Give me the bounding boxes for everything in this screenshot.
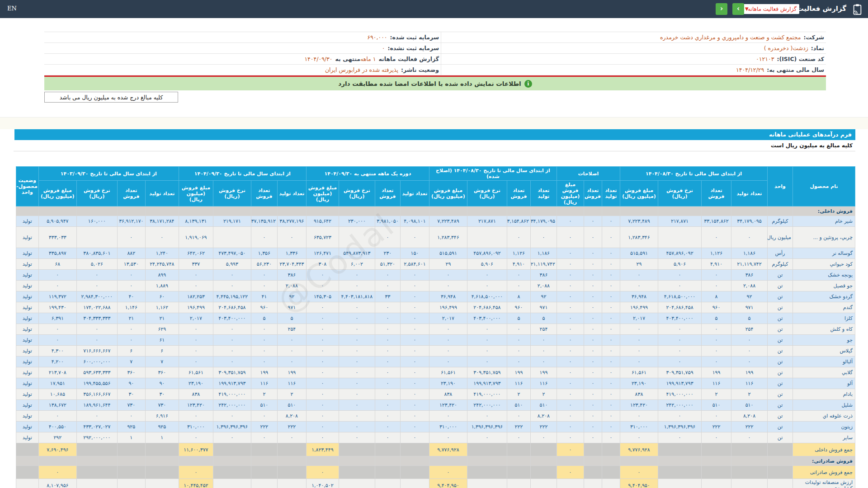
value-cell: ۰ bbox=[375, 367, 400, 378]
value-cell: ۰ bbox=[620, 324, 658, 335]
info-icon: i bbox=[524, 80, 532, 88]
value-cell: ۰ bbox=[38, 324, 76, 335]
empty-cell bbox=[16, 456, 38, 466]
value-cell: ۵۱۵,۵۹۱ bbox=[429, 248, 467, 259]
value-cell: ۳۸,۲۷۷,۱۹۶ bbox=[277, 216, 306, 227]
sub-header: مبلغ فروش (میلیون ریال) bbox=[620, 181, 658, 206]
monthly-activity-table: نام محصولواحداز ابتدای سال مالی تا تاریخ… bbox=[16, 166, 855, 488]
fair-value-name-cell: ارزش منصفانه تولیدات کشاورزی bbox=[793, 479, 855, 488]
value-cell: ۲۵۴ bbox=[731, 324, 768, 335]
value-cell: ۳۰۹,۳۵۱,۷۵۹ bbox=[658, 367, 702, 378]
value-cell: ۵۱۰ bbox=[251, 400, 277, 411]
value-cell: ۰ bbox=[602, 432, 620, 443]
value-cell: ۰ bbox=[584, 291, 602, 302]
report-type-dropdown[interactable]: گزارش فعالیت ماهانه ▼ bbox=[743, 4, 799, 14]
value-cell: ۰ bbox=[251, 270, 277, 281]
status-cell: تولید bbox=[16, 248, 38, 259]
value-cell: ۰ bbox=[251, 411, 277, 422]
value-cell: ۳,۹۸۱,۰۵۰ bbox=[375, 216, 400, 227]
value-cell: ۰ bbox=[602, 324, 620, 335]
value-cell: ۰ bbox=[213, 270, 251, 281]
value-cell: ۰ bbox=[530, 357, 557, 367]
value-cell bbox=[768, 479, 793, 488]
value-cell: ۱۱۶ bbox=[731, 378, 768, 389]
product-name-cell: جو قصیل bbox=[793, 281, 855, 291]
value-cell bbox=[731, 466, 768, 479]
value-cell: ۰ bbox=[467, 346, 507, 357]
value-cell: ۵,۹۰۶ bbox=[658, 259, 702, 270]
value-cell bbox=[731, 443, 768, 456]
value-cell: ۳۱۰,۰۰۰ bbox=[429, 422, 467, 432]
value-cell: ۷ bbox=[117, 357, 145, 367]
value-cell: ۰ bbox=[306, 400, 339, 411]
value-cell: ۰ bbox=[584, 346, 602, 357]
value-cell: ۰ bbox=[251, 281, 277, 291]
company-name-value: مجتمع کشت و صنعت و دامپروري و مرغداري دش… bbox=[660, 34, 801, 41]
value-cell: ۴,۶۱۸,۵۰۰,۰۰۰ bbox=[467, 291, 507, 302]
total-amount-cell: ۰ bbox=[620, 466, 658, 479]
value-cell: ۸۳۸ bbox=[429, 389, 467, 400]
value-cell: ۵۶,۲۳۰ bbox=[251, 259, 277, 270]
value-cell bbox=[467, 227, 507, 248]
value-cell: ۸,۲۰۸ bbox=[530, 411, 557, 422]
value-cell: ۱,۲۸۳,۳۴۶ bbox=[429, 227, 467, 248]
value-cell: ۰ bbox=[375, 422, 400, 432]
sub-header: تعداد فروش bbox=[584, 181, 602, 206]
value-cell: ۲ bbox=[731, 389, 768, 400]
value-cell: ۲۱۷,۸۷۱ bbox=[467, 216, 507, 227]
value-cell: ۲۲۲ bbox=[251, 422, 277, 432]
value-cell: ۶۰ bbox=[145, 291, 179, 302]
value-cell: ۶ bbox=[117, 346, 145, 357]
value-cell: ۰ bbox=[584, 422, 602, 432]
value-cell: ۰ bbox=[702, 270, 731, 281]
empty-cell bbox=[117, 456, 145, 466]
value-cell: ۰ bbox=[584, 324, 602, 335]
value-cell: ۶۰۰,۰۰۰,۰۰۰ bbox=[76, 357, 117, 367]
value-cell: ۶۱,۵۶۱ bbox=[620, 367, 658, 378]
value-cell: ۲۳,۱۹۰ bbox=[429, 378, 467, 389]
next-report-button[interactable]: › bbox=[732, 3, 744, 15]
value-cell: ۱۹۶,۴۹۹ bbox=[620, 302, 658, 313]
value-cell bbox=[702, 443, 731, 456]
status-cell: تولید bbox=[16, 378, 38, 389]
value-cell: ۰ bbox=[658, 357, 702, 367]
value-cell: ۰ bbox=[76, 270, 117, 281]
value-cell: ۲۱ bbox=[145, 313, 179, 324]
english-language-toggle[interactable]: EN bbox=[7, 5, 17, 12]
value-cell: ۲۲۲ bbox=[277, 422, 306, 432]
previous-report-button[interactable]: ‹ bbox=[716, 3, 727, 15]
value-cell: ۶,۹۱۶ bbox=[145, 411, 179, 422]
value-cell bbox=[467, 443, 507, 456]
value-cell: ۲۴,۲۴۵,۷۴۸ bbox=[145, 259, 179, 270]
value-cell: ۱,۳۵۶ bbox=[251, 248, 277, 259]
value-cell: ۰ bbox=[602, 422, 620, 432]
value-cell: ۱,۹۱۹,۰۶۹ bbox=[179, 227, 213, 248]
sub-header: مبلغ فروش (میلیون ریال) bbox=[179, 181, 213, 206]
empty-cell bbox=[38, 456, 76, 466]
empty-cell bbox=[702, 456, 731, 466]
value-cell: ۰ bbox=[306, 389, 339, 400]
empty-cell bbox=[38, 206, 76, 216]
value-cell: ۱۱۶ bbox=[251, 378, 277, 389]
value-cell: ۲۳,۷۰۴,۳۴۳ bbox=[277, 259, 306, 270]
value-cell: ۰ bbox=[557, 335, 584, 346]
symbol-label: نماد: bbox=[811, 45, 824, 52]
value-cell: ۰ bbox=[530, 335, 557, 346]
value-cell: ۰ bbox=[339, 400, 375, 411]
value-cell: ۰ bbox=[602, 346, 620, 357]
isic-value: ۰۱۲۱۰۳ bbox=[756, 56, 774, 62]
value-cell: ۰ bbox=[400, 270, 429, 281]
value-cell: ۴۱ bbox=[251, 291, 277, 302]
value-cell: ۱,۲۸۳,۳۴۶ bbox=[620, 227, 658, 248]
value-cell: ۰ bbox=[306, 324, 339, 335]
value-cell: ۰ bbox=[306, 432, 339, 443]
value-cell: ۰ bbox=[339, 432, 375, 443]
value-cell: ۰ bbox=[467, 357, 507, 367]
empty-cell bbox=[277, 206, 306, 216]
value-cell: ۰ bbox=[400, 291, 429, 302]
value-cell: ۶۱,۵۶۱ bbox=[429, 367, 467, 378]
product-name-cell: زیتون bbox=[793, 422, 855, 432]
value-cell bbox=[339, 479, 375, 488]
report-clipboard-icon bbox=[851, 3, 863, 15]
value-cell: ۰ bbox=[602, 281, 620, 291]
